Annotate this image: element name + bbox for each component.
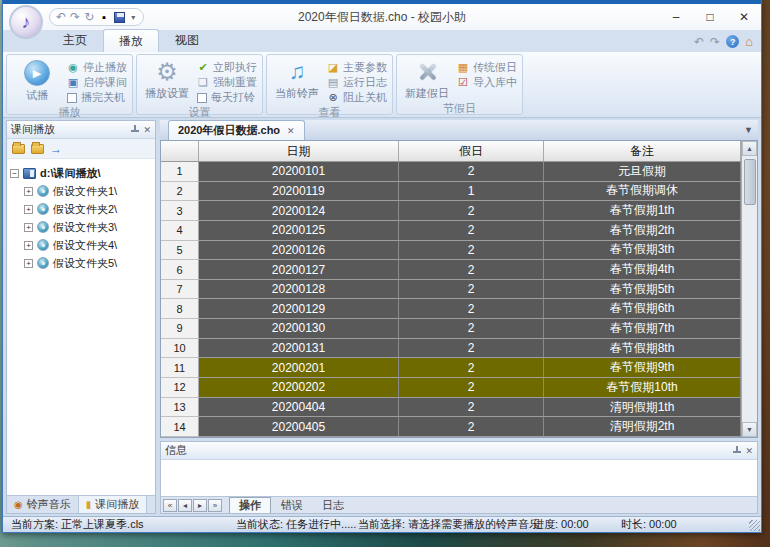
go-arrow-icon[interactable]: → xyxy=(50,143,62,155)
ribbon-group-body: ▶试播◉停止播放▣启停课间播完关机 xyxy=(8,56,131,106)
pin-icon[interactable] xyxy=(131,125,139,134)
close-panel-icon[interactable]: ✕ xyxy=(143,125,151,135)
document-tab[interactable]: 2020年假日数据.cho ✕ xyxy=(168,120,305,140)
desktop-background: ♪ ↶↷↻▪ ▾ 2020年假日数据.cho - 校园小助 – □ ✕ 主页播放… xyxy=(0,0,770,547)
column-header-备注[interactable]: 备注 xyxy=(544,141,741,161)
date-cell: 20200125 xyxy=(199,221,399,241)
app-logo-button[interactable]: ♪ xyxy=(9,5,43,39)
expand-icon[interactable]: + xyxy=(24,259,33,268)
tab-close-icon[interactable]: ✕ xyxy=(287,126,295,136)
home-icon[interactable]: ⌂ xyxy=(745,34,753,49)
save-icon[interactable] xyxy=(114,12,125,23)
ribbon-item-停止播放[interactable]: ◉停止播放 xyxy=(67,60,127,75)
big-button-播放设置[interactable]: ⚙播放设置 xyxy=(142,57,192,101)
ribbon-item-每天打铃[interactable]: 每天打铃 xyxy=(197,90,257,105)
big-button-当前铃声[interactable]: ♫当前铃声 xyxy=(272,57,322,101)
status-state: 当前状态: 任务进行中..... xyxy=(236,517,358,532)
collapse-expander-icon[interactable]: − xyxy=(10,169,19,178)
row-number-cell: 1 xyxy=(161,162,199,182)
info-tab-操作[interactable]: 操作 xyxy=(229,497,271,513)
column-header-假日[interactable]: 假日 xyxy=(399,141,544,161)
redo-small-icon[interactable]: ↷ xyxy=(710,35,720,49)
table-row[interactable]: 8202001292春节假期6th xyxy=(161,299,741,319)
ribbon-tab-主页[interactable]: 主页 xyxy=(47,28,103,52)
vertical-scrollbar[interactable]: ▲ ▼ xyxy=(741,141,757,437)
open-folder-icon[interactable]: ▪ xyxy=(98,11,110,23)
close-button[interactable]: ✕ xyxy=(727,5,761,29)
qat-dropdown-icon[interactable]: ▾ xyxy=(131,13,135,22)
last-page-icon[interactable]: » xyxy=(208,499,222,512)
info-panel-title: 信息 xyxy=(165,443,187,458)
prev-page-icon[interactable]: ◂ xyxy=(178,499,192,512)
undo-icon[interactable]: ↶ xyxy=(56,11,66,23)
table-row[interactable]: 6202001272春节假期4th xyxy=(161,260,741,280)
refresh-icon[interactable]: ↻ xyxy=(84,11,94,23)
info-tab-错误[interactable]: 错误 xyxy=(272,497,312,513)
ribbon-item-立即执行[interactable]: ✔立即执行 xyxy=(197,60,257,75)
ribbon-item-运行日志[interactable]: ▤运行日志 xyxy=(327,75,387,90)
scroll-up-icon[interactable]: ▲ xyxy=(742,141,757,156)
date-cell: 20200405 xyxy=(199,417,399,437)
ribbon-item-导入库中[interactable]: ☑导入库中 xyxy=(457,75,517,90)
maximize-button[interactable]: □ xyxy=(693,5,727,29)
ribbon-tab-视图[interactable]: 视图 xyxy=(159,28,215,52)
tree-root-item[interactable]: − d:\课间播放\ xyxy=(10,164,152,182)
tree-folder-item[interactable]: +假设文件夹2\ xyxy=(10,200,152,218)
music-note-logo-icon: ♪ xyxy=(22,12,31,33)
ribbon-item-label: 每天打铃 xyxy=(211,90,255,105)
tree-folder-item[interactable]: +假设文件夹5\ xyxy=(10,254,152,272)
redo-icon[interactable]: ↷ xyxy=(70,11,80,23)
ribbon-item-阻止关机[interactable]: ⊗阻止关机 xyxy=(327,90,387,105)
first-page-icon[interactable]: « xyxy=(163,499,177,512)
column-header-日期[interactable]: 日期 xyxy=(199,141,399,161)
folder-icon[interactable] xyxy=(12,144,25,154)
status-bar: 当前方案: 正常上课夏季.cls 当前状态: 任务进行中..... 当前选择: … xyxy=(3,516,761,532)
undo-small-icon[interactable]: ↶ xyxy=(694,35,704,49)
sidebar-tab-课间播放[interactable]: ▮课间播放 xyxy=(79,496,148,513)
table-row[interactable]: 7202001282春节假期5th xyxy=(161,280,741,300)
table-row[interactable]: 2202001191春节假期调休 xyxy=(161,182,741,202)
table-row[interactable]: 5202001262春节假期3th xyxy=(161,241,741,261)
ribbon-item-启停课间[interactable]: ▣启停课间 xyxy=(67,75,127,90)
minimize-button[interactable]: – xyxy=(659,5,693,29)
note-cell: 春节假期1th xyxy=(544,201,741,221)
expand-icon[interactable]: + xyxy=(24,223,33,232)
title-bar: ♪ ↶↷↻▪ ▾ 2020年假日数据.cho - 校园小助 – □ ✕ xyxy=(3,4,761,30)
table-row[interactable]: 10202001312春节假期8th xyxy=(161,339,741,359)
expand-icon[interactable]: + xyxy=(24,187,33,196)
ribbon-item-播完关机[interactable]: 播完关机 xyxy=(67,90,127,105)
help-icon[interactable]: ? xyxy=(726,35,739,48)
sidebar-tab-铃声音乐[interactable]: ◉铃声音乐 xyxy=(7,496,79,513)
ribbon-item-强制重置[interactable]: ❏强制重置 xyxy=(197,75,257,90)
table-row[interactable]: 3202001242春节假期1th xyxy=(161,201,741,221)
big-button-新建假日[interactable]: 新建假日 xyxy=(402,57,452,101)
table-row[interactable]: 12202002022春节假期10th xyxy=(161,378,741,398)
expand-icon[interactable]: + xyxy=(24,205,33,214)
folder-open-icon[interactable] xyxy=(31,144,44,154)
ribbon-group-label: 节假日 xyxy=(398,102,521,115)
info-tab-日志[interactable]: 日志 xyxy=(313,497,353,513)
pin-icon[interactable] xyxy=(733,446,741,455)
table-row[interactable]: 11202002012春节假期9th xyxy=(161,358,741,378)
ribbon-tab-播放[interactable]: 播放 xyxy=(103,29,159,52)
tree-folder-item[interactable]: +假设文件夹4\ xyxy=(10,236,152,254)
table-row[interactable]: 14202004052清明假期2th xyxy=(161,417,741,437)
table-row[interactable]: 9202001302春节假期7th xyxy=(161,319,741,339)
ribbon-item-传统假日[interactable]: ▦传统假日 xyxy=(457,60,517,75)
note-cell: 春节假期2th xyxy=(544,221,741,241)
ribbon-item-主要参数[interactable]: ◪主要参数 xyxy=(327,60,387,75)
table-row[interactable]: 1202001012元旦假期 xyxy=(161,162,741,182)
tree-folder-item[interactable]: +假设文件夹3\ xyxy=(10,218,152,236)
tree-folder-item[interactable]: +假设文件夹1\ xyxy=(10,182,152,200)
scroll-down-icon[interactable]: ▼ xyxy=(742,422,757,437)
table-row[interactable]: 4202001252春节假期2th xyxy=(161,221,741,241)
expand-icon[interactable]: + xyxy=(24,241,33,250)
scrollbar-thumb[interactable] xyxy=(744,159,756,205)
big-button-试播[interactable]: ▶试播 xyxy=(12,57,62,103)
disc-icon xyxy=(37,221,49,233)
tab-list-dropdown-icon[interactable]: ▼ xyxy=(744,125,753,135)
close-panel-icon[interactable]: ✕ xyxy=(745,446,753,456)
next-page-icon[interactable]: ▸ xyxy=(193,499,207,512)
app-window: ♪ ↶↷↻▪ ▾ 2020年假日数据.cho - 校园小助 – □ ✕ 主页播放… xyxy=(2,0,762,533)
table-row[interactable]: 13202004042清明假期1th xyxy=(161,398,741,418)
